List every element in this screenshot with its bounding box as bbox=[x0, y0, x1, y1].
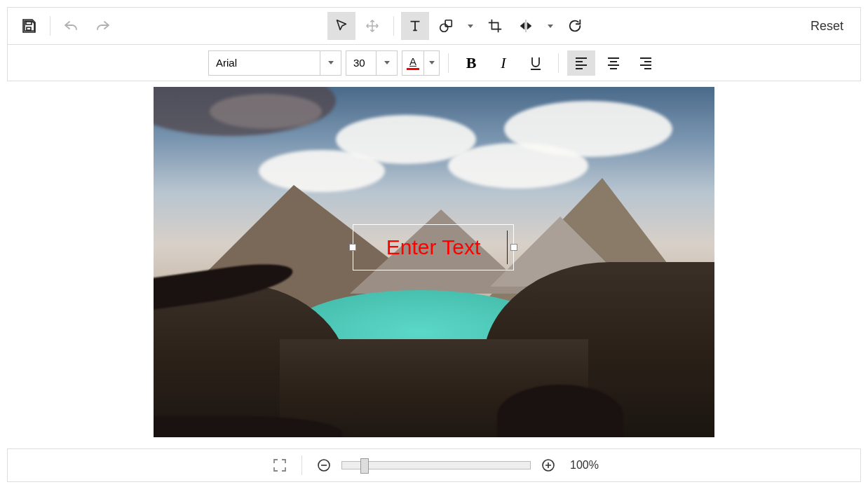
bold-button[interactable]: B bbox=[457, 50, 485, 76]
undo-button[interactable] bbox=[57, 12, 86, 40]
resize-handle-right[interactable] bbox=[510, 244, 517, 251]
font-color-arrow bbox=[423, 51, 439, 75]
crop-icon bbox=[487, 18, 503, 34]
zoom-out-icon bbox=[317, 458, 331, 472]
chevron-down-icon bbox=[429, 61, 435, 64]
rotate-tool-button[interactable] bbox=[561, 12, 589, 40]
zoom-slider[interactable] bbox=[341, 461, 531, 469]
italic-button[interactable]: I bbox=[489, 50, 517, 76]
text-annotation-content: Enter Text bbox=[386, 235, 481, 259]
align-left-button[interactable] bbox=[567, 50, 595, 76]
resize-handle-left[interactable] bbox=[349, 244, 356, 251]
image-canvas[interactable]: Enter Text bbox=[154, 87, 714, 437]
text-cursor bbox=[507, 231, 508, 264]
bold-icon: B bbox=[466, 54, 477, 72]
redo-button[interactable] bbox=[88, 12, 116, 40]
font-family-select[interactable]: Arial bbox=[208, 50, 341, 76]
font-color-swatch: A bbox=[402, 51, 423, 75]
shape-tool-button[interactable] bbox=[432, 12, 460, 40]
align-right-icon bbox=[639, 57, 653, 69]
fit-screen-button[interactable] bbox=[269, 455, 290, 476]
reset-group: Reset bbox=[801, 13, 853, 39]
chevron-down-icon bbox=[384, 61, 390, 64]
text-icon bbox=[407, 18, 423, 34]
rotate-icon bbox=[567, 18, 583, 34]
chevron-down-icon bbox=[468, 25, 473, 28]
font-family-value: Arial bbox=[209, 57, 320, 69]
font-color-bar bbox=[407, 68, 419, 70]
align-right-button[interactable] bbox=[632, 50, 660, 76]
tool-group bbox=[116, 12, 801, 40]
divider bbox=[393, 16, 394, 36]
svg-rect-0 bbox=[446, 20, 452, 27]
canvas-area: Enter Text bbox=[7, 87, 861, 437]
underline-icon bbox=[529, 55, 543, 71]
flip-tool-button[interactable] bbox=[512, 12, 540, 40]
undo-icon bbox=[63, 19, 80, 33]
zoom-bar: 100% bbox=[7, 448, 861, 482]
divider bbox=[301, 455, 302, 475]
divider bbox=[448, 53, 449, 73]
font-color-a-icon: A bbox=[409, 56, 416, 67]
align-center-button[interactable] bbox=[599, 50, 628, 76]
main-toolbar: Reset bbox=[7, 7, 861, 45]
divider bbox=[50, 16, 50, 36]
zoom-in-icon bbox=[541, 458, 555, 472]
reset-button[interactable]: Reset bbox=[801, 13, 853, 39]
crop-tool-button[interactable] bbox=[481, 12, 509, 40]
chevron-down-icon bbox=[328, 61, 334, 64]
zoom-slider-thumb[interactable] bbox=[360, 458, 369, 474]
shape-dropdown-button[interactable] bbox=[463, 12, 478, 40]
zoom-percent-label: 100% bbox=[570, 459, 599, 472]
pointer-icon bbox=[334, 18, 349, 34]
svg-point-1 bbox=[440, 24, 448, 32]
shape-icon bbox=[438, 18, 454, 34]
font-size-value: 30 bbox=[346, 57, 376, 69]
expand-icon bbox=[273, 458, 287, 472]
save-icon bbox=[20, 18, 37, 34]
font-size-select[interactable]: 30 bbox=[346, 50, 398, 76]
font-color-button[interactable]: A bbox=[402, 50, 440, 76]
align-center-icon bbox=[606, 57, 621, 69]
font-size-arrow bbox=[376, 51, 397, 75]
italic-icon: I bbox=[501, 54, 506, 72]
zoom-in-button[interactable] bbox=[538, 455, 559, 476]
text-format-toolbar: Arial 30 A B I bbox=[7, 45, 861, 81]
align-left-icon bbox=[574, 57, 588, 69]
text-annotation-box[interactable]: Enter Text bbox=[353, 224, 514, 270]
save-button[interactable] bbox=[15, 12, 43, 40]
underline-button[interactable] bbox=[522, 50, 550, 76]
flip-icon bbox=[517, 18, 534, 34]
chevron-down-icon bbox=[548, 25, 553, 28]
pan-icon bbox=[365, 18, 380, 34]
font-family-arrow bbox=[320, 51, 341, 75]
flip-dropdown-button[interactable] bbox=[543, 12, 558, 40]
pan-tool-button[interactable] bbox=[358, 12, 386, 40]
divider bbox=[558, 53, 559, 73]
redo-icon bbox=[94, 19, 111, 33]
file-history-group bbox=[15, 12, 116, 40]
zoom-out-button[interactable] bbox=[313, 455, 334, 476]
text-tool-button[interactable] bbox=[401, 12, 429, 40]
pointer-tool-button[interactable] bbox=[327, 12, 355, 40]
